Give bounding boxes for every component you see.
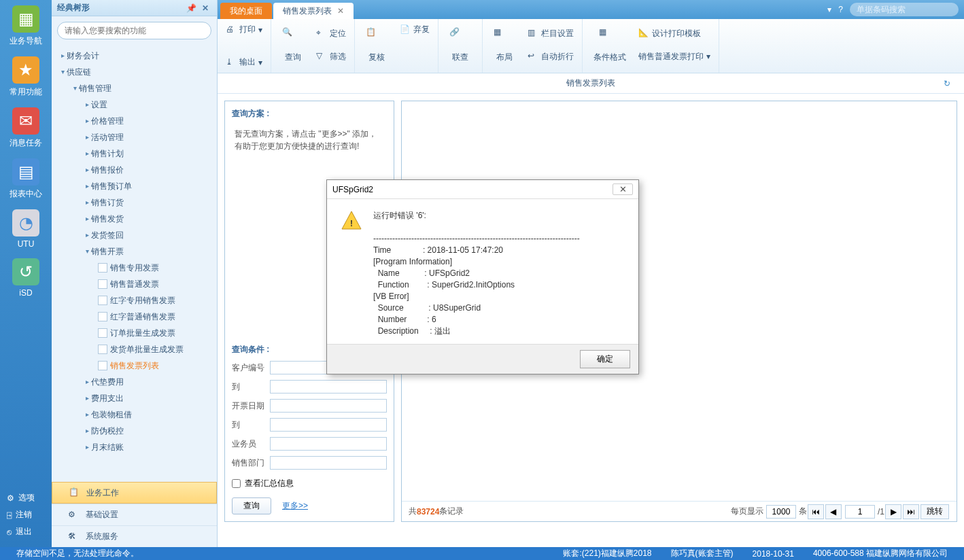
- nav-messages[interactable]: ✉消息任务: [6, 107, 46, 149]
- link-button[interactable]: 🔗联查: [444, 22, 477, 68]
- nav-utu[interactable]: ◔UTU: [6, 209, 46, 249]
- side-tab-service[interactable]: 🛠系统服务: [52, 525, 217, 547]
- nav-favorites[interactable]: ★常用功能: [6, 56, 46, 98]
- tree-node[interactable]: ▸费用支出: [83, 390, 217, 406]
- query-button[interactable]: 🔍查询: [277, 22, 309, 68]
- close-icon[interactable]: ✕: [199, 3, 211, 13]
- tree-node[interactable]: ▸发货签回: [83, 227, 217, 243]
- layout-button[interactable]: ▦布局: [488, 22, 521, 68]
- query-submit-button[interactable]: 查询: [232, 497, 271, 514]
- dropdown-icon[interactable]: ▾: [827, 5, 831, 14]
- page-title-bar: 销售发票列表 ↻: [218, 73, 964, 94]
- wrap-button[interactable]: ↩自动折行: [525, 49, 576, 65]
- tree-leaf[interactable]: 销售专用发票: [98, 260, 217, 276]
- tree-node[interactable]: ▸价格管理: [83, 113, 217, 129]
- tree-node-sales-mgmt[interactable]: ▾销售管理: [71, 80, 217, 97]
- field-label: 客户编号: [232, 362, 270, 374]
- tree-leaf[interactable]: 订单批量生成发票: [98, 325, 217, 341]
- columns-button[interactable]: ▥栏目设置: [525, 26, 576, 41]
- first-page-button[interactable]: ⏮: [808, 504, 824, 519]
- warning-icon: !: [341, 210, 362, 337]
- tree-node[interactable]: ▸活动管理: [83, 129, 217, 145]
- dialog-ok-button[interactable]: 确定: [580, 350, 630, 368]
- tree-node[interactable]: ▸销售预订单: [83, 178, 217, 194]
- tree-node-supply[interactable]: ▾供应链: [58, 64, 217, 80]
- field-label: 到: [232, 419, 270, 431]
- tree-node[interactable]: ▸销售计划: [83, 145, 217, 162]
- tree-leaf[interactable]: 销售发票列表: [98, 357, 217, 374]
- barcode-search-input[interactable]: [850, 3, 959, 16]
- field-input[interactable]: [270, 456, 387, 470]
- dialog-message: 运行时错误 '6': -----------------------------…: [373, 210, 580, 337]
- filter-button[interactable]: ▽筛选: [313, 49, 349, 65]
- logout-link[interactable]: ⍈注销: [0, 506, 52, 523]
- tree-node[interactable]: ▸销售订货: [83, 194, 217, 211]
- nav-reports[interactable]: ▤报表中心: [6, 158, 46, 200]
- tab-home[interactable]: 我的桌面: [220, 3, 272, 19]
- status-user: 陈巧真(账套主管): [671, 548, 734, 559]
- field-input[interactable]: [270, 380, 387, 393]
- field-label: 到: [232, 381, 270, 393]
- tree-leaf[interactable]: 销售普通发票: [98, 276, 217, 292]
- abandon-button[interactable]: 📄弃复: [397, 22, 432, 37]
- leftbar-bottom: ⚙选项 ⍈注销 ⎋退出: [0, 489, 52, 540]
- print-template-button[interactable]: 📐设计打印模板: [636, 26, 713, 41]
- help-icon[interactable]: ?: [838, 5, 843, 14]
- status-phone: 4006-600-588 福建纵腾网络有限公司: [813, 548, 948, 559]
- field-input[interactable]: [270, 399, 387, 413]
- prev-page-button[interactable]: ◀: [825, 504, 842, 519]
- side-panel-title: 经典树形: [57, 2, 90, 14]
- page-title: 销售发票列表: [566, 77, 615, 89]
- tab-close-icon[interactable]: ✕: [337, 6, 344, 16]
- tree-node[interactable]: ▸代垫费用: [83, 374, 217, 390]
- perpage-input[interactable]: [766, 505, 796, 519]
- cond-format-button[interactable]: ▦条件格式: [588, 22, 632, 68]
- side-tab-settings[interactable]: ⚙基础设置: [52, 504, 217, 525]
- print-settings-button[interactable]: 销售普通发票打印▾: [636, 49, 713, 65]
- next-page-button[interactable]: ▶: [885, 504, 901, 519]
- side-tab-work[interactable]: 📋业务工作: [52, 482, 217, 504]
- tree-search-input[interactable]: [57, 22, 211, 39]
- nav-isd[interactable]: ↺iSD: [6, 258, 46, 298]
- more-link[interactable]: 更多>>: [282, 500, 308, 512]
- last-page-button[interactable]: ⏭: [903, 504, 919, 519]
- pin-icon[interactable]: 📌: [184, 3, 199, 13]
- error-dialog: UFSpGrid2 ✕ ! 运行时错误 '6': ---------------…: [326, 179, 639, 374]
- tree-node[interactable]: ▸包装物租借: [83, 406, 217, 423]
- tree-node-invoice[interactable]: ▾销售开票: [83, 243, 217, 260]
- summary-label: 查看汇总信息: [245, 478, 294, 489]
- refresh-icon[interactable]: ↻: [944, 79, 950, 88]
- tree-node[interactable]: ▸销售报价: [83, 162, 217, 178]
- pager: 共 83724 条记录 每页显示 条 ⏮ ◀ /1 ▶ ⏭ 跳转: [402, 501, 957, 521]
- status-message: 存储空间不足，无法处理此命令。: [16, 548, 139, 559]
- svg-text:!: !: [350, 219, 353, 228]
- side-panel: 经典树形 📌 ✕ ▸财务会计 ▾供应链 ▾销售管理 ▸设置▸价格管理▸活动管理▸…: [52, 0, 218, 547]
- locate-button[interactable]: ⌖定位: [313, 26, 349, 41]
- field-input[interactable]: [270, 437, 387, 451]
- summary-checkbox[interactable]: [232, 479, 241, 488]
- tree-node[interactable]: ▸设置: [83, 97, 217, 113]
- field-label: 销售部门: [232, 457, 270, 469]
- nav-business[interactable]: ▦业务导航: [6, 5, 46, 47]
- tree-leaf[interactable]: 红字专用销售发票: [98, 292, 217, 309]
- page-input[interactable]: [845, 505, 875, 519]
- status-account: 账套:(221)福建纵腾2018: [563, 548, 651, 559]
- tab-invoice-list[interactable]: 销售发票列表✕: [273, 3, 354, 19]
- dialog-close-button[interactable]: ✕: [613, 183, 633, 195]
- tree-leaf[interactable]: 红字普通销售发票: [98, 309, 217, 325]
- ribbon: 🖨打印▾ ⤓输出▾ 🔍查询 ⌖定位 ▽筛选 📋复核 📄弃复 🔗联查 ▦布局: [218, 19, 964, 73]
- options-link[interactable]: ⚙选项: [0, 489, 52, 506]
- print-button[interactable]: 🖨打印▾: [223, 22, 265, 37]
- tab-bar: 我的桌面 销售发票列表✕ ▾ ?: [218, 0, 964, 19]
- recheck-button[interactable]: 📋复核: [360, 22, 393, 68]
- tree-node[interactable]: ▸销售发货: [83, 211, 217, 227]
- jump-button[interactable]: 跳转: [920, 504, 949, 519]
- tree-node-finance[interactable]: ▸财务会计: [58, 48, 217, 64]
- output-button[interactable]: ⤓输出▾: [223, 54, 265, 70]
- tree-node[interactable]: ▸月末结账: [83, 439, 217, 453]
- status-bar: 存储空间不足，无法处理此命令。 账套:(221)福建纵腾2018 陈巧真(账套主…: [0, 547, 964, 560]
- tree-node[interactable]: ▸防伪税控: [83, 423, 217, 439]
- tree-leaf[interactable]: 发货单批量生成发票: [98, 341, 217, 357]
- exit-link[interactable]: ⎋退出: [0, 523, 52, 540]
- field-input[interactable]: [270, 418, 387, 432]
